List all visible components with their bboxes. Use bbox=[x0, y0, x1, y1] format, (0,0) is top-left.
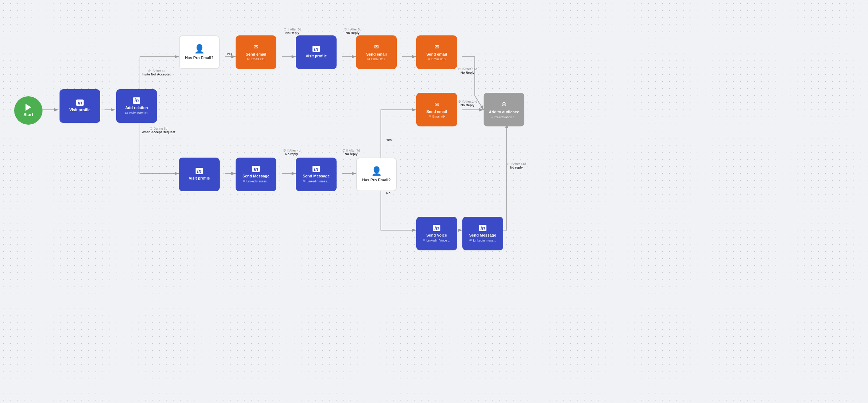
no-reply-5-line1: ⏱ If After 4d bbox=[283, 149, 300, 152]
no-reply-1-line1: ⏱ If After 5d bbox=[283, 28, 301, 31]
add-to-audience-node[interactable]: ⊕ Add to audience ✦ Reactivation c... bbox=[484, 93, 524, 126]
yes-top-label: Yes bbox=[227, 52, 232, 56]
send-message-1-subtitle: ✉ Linkedin mess... bbox=[243, 180, 270, 183]
visit-profile-2-title: Visit profile bbox=[306, 53, 327, 58]
send-message-2-node[interactable]: in Send Message ✉ Linkedin mess... bbox=[296, 158, 337, 191]
linkedin-icon-6: in bbox=[312, 166, 320, 172]
linkedin-icon-2: in bbox=[133, 97, 140, 104]
start-label: Start bbox=[23, 112, 33, 117]
no-reply-6-line2: No reply bbox=[342, 152, 360, 156]
send-email-13-node[interactable]: ✉ Send email ✉ Email #13 bbox=[416, 35, 457, 69]
has-pro-email-1-title: Has Pro Email? bbox=[185, 55, 214, 60]
invite-not-accepted-label: ⏱ If After 5d Invite Not Accepted bbox=[142, 69, 171, 76]
no-reply-6-line1: ⏱ If After 7d bbox=[342, 149, 360, 152]
no-reply-7-line1: ⏱ If After 14d bbox=[507, 162, 526, 166]
send-message-3-title: Send Message bbox=[469, 233, 496, 238]
send-email-11-subtitle: ✉ Email #11 bbox=[247, 57, 265, 61]
start-node[interactable]: Start bbox=[14, 96, 43, 125]
send-voice-subtitle: ✉ Linkedin Voice ... bbox=[423, 239, 451, 242]
no-reply-4-line1: ⏱ If After 14d bbox=[458, 100, 477, 103]
has-pro-email-2-node[interactable]: 👤 Has Pro Email? bbox=[356, 158, 397, 191]
when-accept-line1: ⏱ During 5d bbox=[142, 127, 175, 130]
when-accept-line2: When Accept Request bbox=[142, 130, 175, 134]
linkedin-icon-5: in bbox=[252, 166, 259, 172]
yes-bottom-text: Yes bbox=[386, 138, 392, 142]
no-reply-3-line1: ⏱ If After 14d bbox=[458, 67, 477, 71]
add-icon: ⊕ bbox=[501, 100, 507, 108]
has-pro-email-2-title: Has Pro Email? bbox=[362, 177, 391, 182]
no-reply-7-label: ⏱ If After 14d No reply bbox=[507, 162, 526, 169]
send-message-2-title: Send Message bbox=[303, 174, 329, 178]
send-email-9-subtitle: ✉ Email #9 bbox=[429, 115, 445, 118]
linkedin-icon-3: in bbox=[312, 46, 320, 52]
person-icon-1: 👤 bbox=[194, 44, 205, 54]
add-to-audience-title: Add to audience bbox=[489, 109, 519, 114]
send-message-2-subtitle: ✉ Linkedin mess... bbox=[303, 180, 330, 183]
flow-canvas: Start in Visit profile in Add relation ✉… bbox=[0, 0, 868, 403]
no-reply-1-label: ⏱ If After 5d No Reply bbox=[283, 28, 301, 35]
no-reply-4-label: ⏱ If After 14d No Reply bbox=[458, 100, 477, 107]
linkedin-icon-7: in bbox=[433, 225, 440, 231]
send-email-12-subtitle: ✉ Email #12 bbox=[367, 57, 385, 61]
no-reply-3-label: ⏱ If After 14d No Reply bbox=[458, 67, 477, 74]
linkedin-icon-8: in bbox=[479, 225, 486, 231]
visit-profile-1-node[interactable]: in Visit profile bbox=[60, 89, 100, 123]
invite-not-accepted-line2: Invite Not Accepted bbox=[142, 73, 171, 76]
yes-top-text: Yes bbox=[227, 52, 232, 56]
no-reply-6-label: ⏱ If After 7d No reply bbox=[342, 149, 360, 156]
send-email-12-node[interactable]: ✉ Send email ✉ Email #12 bbox=[356, 35, 397, 69]
no-reply-2-line2: No Reply bbox=[344, 31, 361, 35]
visit-profile-1-title: Visit profile bbox=[69, 107, 91, 112]
visit-profile-3-title: Visit profile bbox=[189, 176, 210, 181]
send-email-9-title: Send email bbox=[426, 109, 447, 114]
visit-profile-2-node[interactable]: in Visit profile bbox=[296, 35, 337, 69]
no-reply-5-line2: No reply bbox=[283, 152, 300, 156]
no-reply-5-label: ⏱ If After 4d No reply bbox=[283, 149, 300, 156]
email-icon-3: ✉ bbox=[434, 44, 439, 50]
email-icon-1: ✉ bbox=[254, 44, 258, 50]
send-message-1-node[interactable]: in Send Message ✉ Linkedin mess... bbox=[236, 158, 276, 191]
add-to-audience-subtitle: ✦ Reactivation c... bbox=[491, 115, 517, 119]
no-bottom-label: No bbox=[386, 191, 390, 195]
visit-profile-3-node[interactable]: in Visit profile bbox=[179, 158, 220, 191]
send-email-13-subtitle: ✉ Email #13 bbox=[428, 57, 446, 61]
add-relation-subtitle: ✉ Invite note #1 bbox=[125, 111, 148, 115]
send-email-9-node[interactable]: ✉ Send email ✉ Email #9 bbox=[416, 93, 457, 126]
when-accept-label: ⏱ During 5d When Accept Request bbox=[142, 127, 175, 134]
invite-not-accepted-line1: ⏱ If After 5d bbox=[142, 69, 171, 73]
email-icon-4: ✉ bbox=[434, 101, 439, 108]
no-reply-2-label: ⏱ If After 5d No Reply bbox=[344, 28, 361, 35]
linkedin-icon-1: in bbox=[76, 100, 83, 106]
send-message-1-title: Send Message bbox=[242, 174, 269, 178]
add-relation-title: Add relation bbox=[125, 105, 148, 110]
send-email-12-title: Send email bbox=[366, 52, 387, 57]
no-reply-7-line2: No reply bbox=[507, 166, 526, 169]
send-email-13-title: Send email bbox=[426, 52, 447, 57]
send-voice-node[interactable]: in Send Voice ✉ Linkedin Voice ... bbox=[416, 217, 457, 250]
no-reply-4-line2: No Reply bbox=[458, 103, 477, 107]
has-pro-email-1-node[interactable]: 👤 Has Pro Email? bbox=[179, 35, 220, 69]
no-reply-3-line2: No Reply bbox=[458, 71, 477, 74]
add-relation-node[interactable]: in Add relation ✉ Invite note #1 bbox=[116, 89, 157, 123]
send-voice-title: Send Voice bbox=[426, 233, 447, 238]
no-bottom-text: No bbox=[386, 191, 390, 195]
person-icon-2: 👤 bbox=[371, 166, 382, 176]
play-icon bbox=[26, 104, 31, 111]
email-icon-2: ✉ bbox=[374, 44, 379, 50]
linkedin-icon-4: in bbox=[196, 168, 203, 174]
send-message-3-node[interactable]: in Send Message ✉ Linkedin mess... bbox=[462, 217, 503, 250]
send-email-11-title: Send email bbox=[246, 52, 266, 57]
send-email-11-node[interactable]: ✉ Send email ✉ Email #11 bbox=[236, 35, 276, 69]
no-reply-1-line2: No Reply bbox=[283, 31, 301, 35]
send-message-3-subtitle: ✉ Linkedin mess... bbox=[469, 239, 496, 242]
no-reply-2-line1: ⏱ If After 5d bbox=[344, 28, 361, 31]
yes-bottom-label: Yes bbox=[386, 138, 392, 142]
